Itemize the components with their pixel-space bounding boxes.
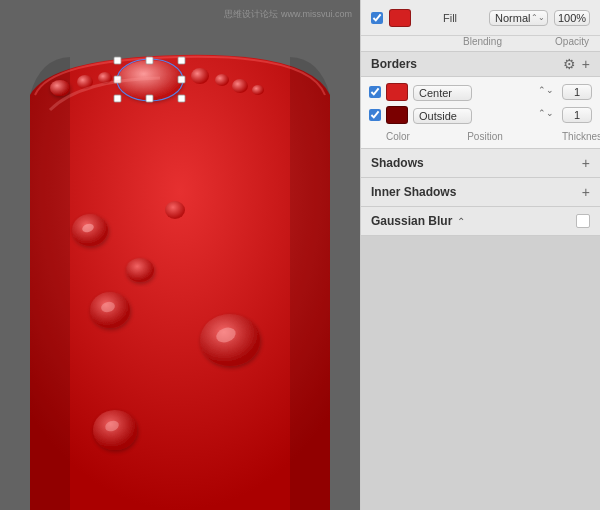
- svg-point-19: [126, 258, 154, 282]
- border-row-1: Center Inside Outside ⌃⌄: [369, 83, 592, 101]
- border-2-position-select[interactable]: Outside Center Inside: [413, 108, 472, 124]
- gaussian-blur-title: Gaussian Blur: [371, 214, 452, 228]
- border-1-checkbox[interactable]: [369, 86, 381, 98]
- shadows-plus-icon[interactable]: +: [582, 156, 590, 170]
- borders-plus-icon[interactable]: +: [582, 57, 590, 71]
- thickness-column-label: Thickness: [562, 131, 592, 142]
- svg-point-16: [252, 85, 264, 95]
- border-2-thickness-input[interactable]: [562, 107, 592, 123]
- gaussian-blur-checkbox[interactable]: [576, 214, 590, 228]
- border-1-thickness-input[interactable]: [562, 84, 592, 100]
- svg-rect-10: [114, 95, 121, 102]
- border-row-2: Outside Center Inside ⌃⌄: [369, 106, 592, 124]
- inner-shadows-plus-icon[interactable]: +: [582, 185, 590, 199]
- svg-rect-5: [114, 57, 121, 64]
- blend-mode-select[interactable]: Normal Multiply Screen Overlay: [489, 10, 548, 26]
- border-1-position-select[interactable]: Center Inside Outside: [413, 85, 472, 101]
- svg-point-15: [232, 79, 248, 93]
- borders-section-header: Borders ⚙ +: [361, 51, 600, 77]
- fill-label: Fill: [417, 12, 483, 24]
- borders-title: Borders: [371, 57, 417, 71]
- inner-shadows-title: Inner Shadows: [371, 185, 456, 199]
- blend-mode-wrapper: Normal Multiply Screen Overlay ⌃⌄: [489, 10, 548, 26]
- canvas-area: 思维设计论坛 www.missvui.com: [0, 0, 360, 510]
- svg-point-14: [215, 74, 229, 86]
- shadows-section: Shadows +: [361, 149, 600, 178]
- borders-icons: ⚙ +: [563, 57, 590, 71]
- canvas-svg: [0, 0, 360, 510]
- svg-point-26: [165, 201, 185, 219]
- svg-rect-11: [146, 95, 153, 102]
- pos-1-chevron: ⌃⌄: [538, 85, 554, 95]
- shadows-title: Shadows: [371, 156, 424, 170]
- svg-rect-6: [146, 57, 153, 64]
- opacity-sublabel: Opacity: [554, 36, 590, 47]
- gaussian-blur-chevron-icon[interactable]: ⌃: [457, 216, 465, 227]
- gaussian-blur-section: Gaussian Blur ⌃: [361, 207, 600, 236]
- fill-color-swatch[interactable]: [389, 9, 411, 27]
- position-column-label: Position: [413, 131, 557, 142]
- borders-gear-icon[interactable]: ⚙: [563, 57, 576, 71]
- border-2-checkbox[interactable]: [369, 109, 381, 121]
- blending-sublabel: Blending: [417, 36, 548, 47]
- right-panel: Fill Normal Multiply Screen Overlay ⌃⌄ 1…: [360, 0, 600, 510]
- borders-content: Center Inside Outside ⌃⌄ Outside Center …: [361, 77, 600, 149]
- inner-shadows-section: Inner Shadows +: [361, 178, 600, 207]
- color-column-label: Color: [386, 131, 408, 142]
- svg-rect-7: [178, 57, 185, 64]
- opacity-input[interactable]: 100%: [554, 10, 590, 26]
- bottom-panel-area: [361, 236, 600, 510]
- svg-rect-12: [178, 95, 185, 102]
- svg-rect-9: [178, 76, 185, 83]
- border-1-color-swatch[interactable]: [386, 83, 408, 101]
- fill-checkbox[interactable]: [371, 12, 383, 24]
- svg-point-0: [50, 80, 70, 96]
- border-labels-row: Color Position Thickness: [369, 129, 592, 142]
- pos-2-chevron: ⌃⌄: [538, 108, 554, 118]
- border-2-color-swatch[interactable]: [386, 106, 408, 124]
- top-bar: Fill Normal Multiply Screen Overlay ⌃⌄ 1…: [361, 0, 600, 36]
- svg-point-13: [191, 68, 209, 84]
